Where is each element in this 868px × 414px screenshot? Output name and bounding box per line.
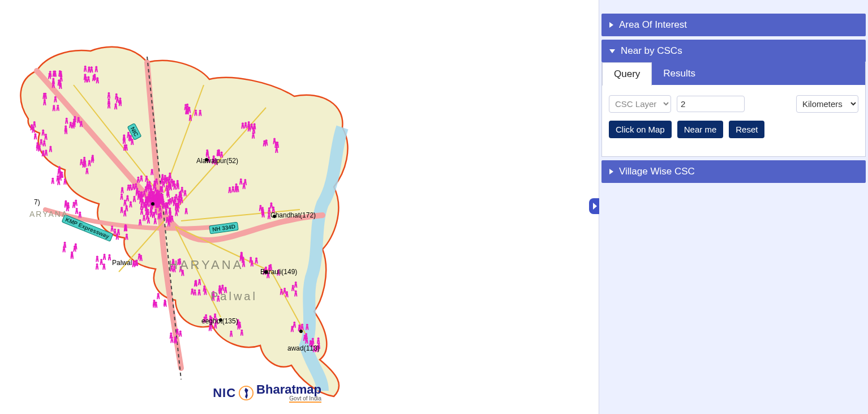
svg-point-302: [188, 106, 190, 109]
svg-point-421: [283, 288, 286, 290]
svg-point-460: [54, 96, 57, 99]
svg-point-366: [173, 266, 175, 268]
svg-point-470: [45, 134, 47, 136]
svg-point-293: [124, 144, 126, 147]
svg-point-332: [240, 178, 242, 181]
svg-point-330: [244, 179, 246, 181]
svg-point-218: [139, 219, 141, 221]
svg-point-327: [263, 140, 265, 142]
svg-point-297: [199, 110, 201, 112]
svg-point-201: [124, 210, 126, 212]
accordion-title: Near by CSCs: [621, 45, 682, 57]
svg-point-225: [52, 82, 54, 84]
svg-point-422: [292, 285, 294, 287]
svg-point-261: [73, 118, 75, 121]
svg-point-52: [154, 218, 156, 220]
distance-input[interactable]: [677, 96, 745, 112]
svg-point-11: [164, 175, 166, 177]
svg-point-271: [51, 178, 54, 180]
svg-point-395: [251, 261, 253, 263]
svg-point-204: [178, 198, 181, 200]
svg-point-72: [135, 183, 137, 185]
svg-point-462: [53, 105, 55, 107]
map-area[interactable]: NH 334D KMP Expressway NIC Alawalpur(52)…: [0, 0, 599, 414]
svg-point-154: [149, 200, 152, 203]
svg-point-132: [156, 178, 158, 181]
svg-point-362: [132, 261, 135, 263]
svg-point-353: [108, 254, 110, 257]
svg-point-178: [141, 208, 143, 211]
svg-point-480: [264, 270, 268, 274]
unit-select[interactable]: Kilometers: [796, 95, 858, 113]
svg-point-247: [119, 97, 121, 100]
svg-point-95: [126, 195, 128, 198]
accordion-nearby-cscs[interactable]: Near by CSCs: [601, 40, 866, 62]
svg-point-210: [164, 178, 166, 180]
svg-point-130: [140, 195, 143, 198]
svg-point-57: [171, 179, 173, 181]
svg-point-243: [91, 66, 93, 69]
svg-point-188: [152, 191, 154, 194]
svg-point-379: [204, 289, 207, 291]
svg-point-442: [174, 336, 177, 339]
svg-point-478: [205, 158, 208, 161]
svg-point-180: [141, 199, 144, 201]
svg-point-82: [175, 194, 178, 197]
sidebar: Area Of Interest Near by CSCs Query Resu…: [599, 0, 868, 414]
svg-point-26: [145, 176, 148, 178]
svg-point-249: [108, 92, 110, 95]
svg-point-347: [125, 225, 127, 227]
svg-point-19: [166, 185, 168, 187]
svg-point-309: [208, 156, 210, 159]
svg-point-441: [176, 328, 178, 331]
svg-point-258: [66, 118, 68, 120]
layer-select[interactable]: CSC Layer: [609, 95, 671, 113]
svg-point-365: [170, 266, 173, 268]
svg-point-230: [60, 75, 62, 78]
near-me-button[interactable]: Near me: [677, 121, 724, 138]
svg-point-292: [123, 134, 125, 136]
india-icon: [238, 385, 254, 401]
tab-query[interactable]: Query: [602, 62, 652, 86]
svg-point-212: [181, 197, 183, 199]
svg-point-394: [242, 257, 244, 259]
accordion-body-nearby: Query Results CSC Layer Kilometers Click…: [601, 62, 866, 157]
svg-point-396: [265, 266, 267, 268]
svg-point-377: [195, 280, 197, 282]
svg-point-329: [229, 187, 231, 189]
svg-point-308: [215, 159, 217, 161]
click-on-map-button[interactable]: Click on Map: [609, 121, 672, 138]
accordion-village-wise[interactable]: Village Wise CSC: [601, 160, 866, 183]
svg-point-287: [92, 155, 94, 157]
svg-point-229: [54, 70, 56, 72]
svg-point-355: [96, 263, 98, 266]
svg-point-446: [157, 293, 160, 295]
svg-point-241: [84, 66, 87, 68]
svg-point-190: [178, 196, 180, 198]
sidebar-collapse-toggle[interactable]: [589, 198, 599, 214]
tab-row: Query Results: [602, 62, 865, 85]
svg-point-411: [214, 313, 216, 315]
reset-button[interactable]: Reset: [729, 121, 764, 138]
svg-point-305: [213, 155, 215, 157]
svg-point-459: [66, 205, 68, 207]
svg-point-450: [164, 300, 166, 302]
svg-point-31: [143, 215, 145, 217]
svg-point-312: [221, 152, 223, 154]
svg-point-173: [140, 175, 143, 177]
tab-results[interactable]: Results: [652, 62, 707, 85]
map-svg: [6, 17, 373, 413]
accordion-area-of-interest[interactable]: Area Of Interest: [601, 14, 866, 36]
svg-point-299: [195, 110, 197, 112]
svg-point-260: [65, 125, 67, 127]
svg-point-418: [295, 281, 297, 284]
svg-point-140: [158, 213, 160, 215]
svg-point-9: [151, 169, 153, 171]
svg-point-277: [58, 166, 61, 168]
svg-point-384: [217, 296, 220, 298]
svg-point-279: [59, 171, 62, 173]
svg-point-219: [165, 202, 167, 204]
svg-point-417: [239, 322, 241, 324]
svg-point-263: [43, 140, 45, 142]
svg-point-303: [186, 108, 188, 110]
